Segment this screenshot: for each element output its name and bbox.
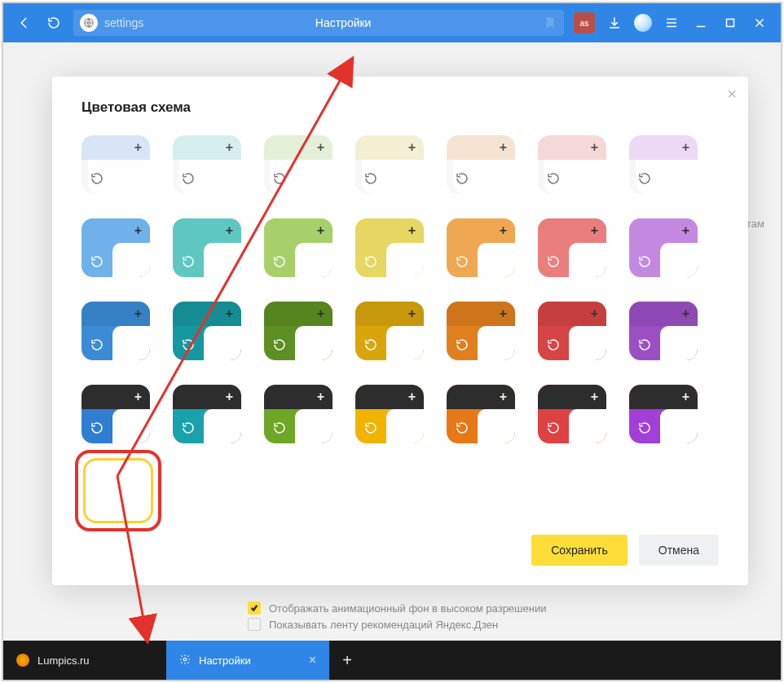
refresh-icon: [272, 254, 287, 269]
refresh-icon: [546, 421, 561, 435]
plus-icon: +: [134, 223, 142, 238]
color-swatch[interactable]: +: [629, 135, 698, 194]
color-swatch[interactable]: +: [629, 385, 698, 443]
extension-lastfm-icon[interactable]: as: [574, 12, 595, 33]
color-swatch[interactable]: +: [355, 385, 424, 443]
checkbox-checked[interactable]: [248, 601, 261, 615]
tab-label: Настройки: [199, 654, 251, 667]
plus-icon: +: [682, 140, 689, 155]
color-swatch[interactable]: +: [447, 385, 515, 443]
plus-icon: +: [682, 390, 689, 404]
color-swatch[interactable]: +: [173, 218, 241, 277]
color-scheme-dialog: × Цветовая схема +++++++++++++++++++++++…: [52, 77, 748, 585]
plus-icon: +: [317, 306, 324, 321]
color-swatch[interactable]: +: [629, 302, 698, 360]
back-button[interactable]: [10, 8, 39, 37]
plus-icon: +: [408, 223, 416, 238]
setting-row: Отображать анимационный фон в высоком ра…: [248, 601, 748, 615]
color-swatch[interactable]: +: [173, 302, 241, 360]
color-swatch[interactable]: +: [264, 135, 333, 194]
color-swatch[interactable]: +: [538, 302, 606, 360]
plus-icon: +: [317, 140, 324, 155]
save-button[interactable]: Сохранить: [531, 535, 628, 566]
tab-label: Lumpics.ru: [37, 654, 90, 667]
color-swatch[interactable]: +: [447, 218, 515, 277]
tab-lumpics[interactable]: Lumpics.ru: [3, 641, 166, 680]
color-swatch[interactable]: +: [81, 385, 150, 443]
color-swatch[interactable]: +: [629, 218, 698, 277]
settings-rows-behind: Отображать анимационный фон в высоком ра…: [248, 598, 748, 634]
address-bar[interactable]: settings Настройки: [73, 10, 564, 36]
plus-icon: +: [226, 140, 233, 155]
color-swatch[interactable]: +: [538, 385, 606, 443]
color-swatch[interactable]: +: [355, 218, 424, 277]
browser-toolbar: settings Настройки as: [3, 3, 781, 42]
plus-icon: +: [226, 306, 233, 321]
plus-icon: +: [500, 140, 507, 155]
refresh-icon: [546, 337, 561, 352]
new-tab-button[interactable]: +: [329, 641, 365, 680]
refresh-icon: [455, 337, 469, 352]
plus-icon: +: [682, 306, 689, 321]
window-close-button[interactable]: [745, 8, 774, 37]
plus-icon: +: [226, 390, 233, 404]
refresh-icon: [546, 254, 561, 269]
window-minimize-button[interactable]: [686, 8, 716, 37]
plus-icon: +: [317, 390, 324, 404]
color-swatch-grid: ++++++++++++++++++++++++++++: [52, 135, 748, 453]
bookmark-icon[interactable]: [543, 15, 557, 30]
refresh-icon: [272, 421, 287, 435]
address-path: settings: [104, 16, 143, 29]
svg-point-2: [183, 658, 187, 661]
refresh-icon: [363, 421, 378, 435]
weather-icon[interactable]: [634, 14, 652, 32]
svg-rect-1: [727, 20, 734, 27]
refresh-icon: [546, 171, 561, 186]
menu-button[interactable]: [657, 8, 686, 37]
plus-icon: +: [134, 390, 142, 404]
dialog-close-button[interactable]: ×: [727, 85, 737, 104]
color-swatch[interactable]: +: [173, 385, 241, 443]
selection-highlight-outer: [75, 450, 161, 531]
refresh-icon: [90, 421, 104, 435]
refresh-icon: [90, 254, 104, 269]
color-swatch[interactable]: +: [447, 135, 515, 194]
favicon-icon: [16, 654, 29, 667]
color-swatch[interactable]: +: [355, 302, 424, 360]
window-maximize-button[interactable]: [716, 8, 745, 37]
cancel-button[interactable]: Отмена: [639, 535, 719, 566]
color-swatch[interactable]: +: [264, 385, 333, 443]
tab-settings[interactable]: Настройки ×: [166, 641, 329, 680]
color-swatch[interactable]: +: [81, 218, 150, 277]
reload-button[interactable]: [39, 8, 68, 37]
refresh-icon: [363, 337, 378, 352]
dialog-actions: Сохранить Отмена: [531, 535, 719, 566]
color-swatch[interactable]: +: [355, 135, 424, 194]
settings-page: там × Цветовая схема +++++++++++++++++++…: [3, 42, 781, 641]
setting-row: Показывать ленту рекомендаций Яндекс.Дзе…: [248, 618, 748, 631]
color-swatch[interactable]: +: [264, 302, 333, 360]
refresh-icon: [181, 421, 196, 435]
color-swatch[interactable]: +: [264, 218, 333, 277]
color-swatch[interactable]: +: [447, 302, 515, 360]
tab-strip: Lumpics.ru Настройки × +: [3, 641, 781, 680]
refresh-icon: [90, 337, 104, 352]
plus-icon: +: [408, 390, 416, 404]
color-swatch[interactable]: +: [81, 302, 150, 360]
plus-icon: +: [226, 223, 233, 238]
color-swatch[interactable]: +: [538, 218, 606, 277]
color-swatch[interactable]: +: [173, 135, 241, 194]
tab-close-button[interactable]: ×: [309, 653, 316, 668]
refresh-icon: [637, 254, 652, 269]
setting-label: Отображать анимационный фон в высоком ра…: [269, 602, 546, 615]
color-swatch[interactable]: +: [81, 135, 150, 194]
refresh-icon: [637, 337, 652, 352]
refresh-icon: [363, 171, 378, 186]
plus-icon: +: [682, 223, 689, 238]
color-swatch[interactable]: +: [538, 135, 606, 194]
plus-icon: +: [500, 223, 507, 238]
checkbox-unchecked[interactable]: [248, 618, 261, 631]
downloads-button[interactable]: [600, 8, 629, 37]
refresh-icon: [181, 337, 196, 352]
refresh-icon: [455, 421, 469, 435]
